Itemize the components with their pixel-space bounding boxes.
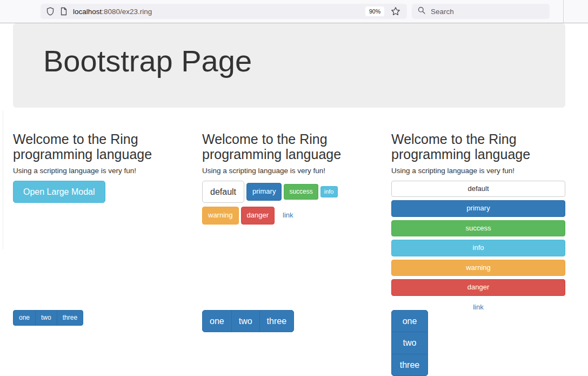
column-heading: Welcome to the Ring programming language: [202, 131, 376, 162]
button-group-wrap: onetwothree: [391, 310, 428, 376]
search-icon: [417, 6, 426, 17]
default-button[interactable]: default: [202, 181, 244, 203]
group-button-one[interactable]: one: [202, 310, 232, 332]
info-button[interactable]: info: [320, 186, 338, 197]
column-heading: Welcome to the Ring programming language: [13, 131, 187, 162]
button-group: onetwothree: [13, 310, 83, 326]
star-icon[interactable]: [391, 6, 400, 16]
column-tagline: Using a scripting language is very fun!: [202, 166, 376, 176]
url-path: :8080/ex23.ring: [102, 8, 152, 16]
success-button[interactable]: success: [391, 220, 565, 236]
page-icon[interactable]: [60, 7, 68, 16]
column-tagline: Using a scripting language is very fun!: [13, 166, 187, 176]
window-edge-line: [3, 111, 3, 249]
column-heading: Welcome to the Ring programming language: [391, 131, 565, 162]
column-2: Welcome to the Ring programming language…: [202, 131, 376, 375]
button-group-wrap: onetwothree: [202, 310, 294, 332]
jumbotron: Bootstrap Page: [13, 23, 565, 108]
address-url[interactable]: localhost:8080/ex23.ring: [73, 8, 152, 16]
column-1: Welcome to the Ring programming language…: [13, 131, 187, 375]
toolbar-divider: [563, 0, 564, 23]
group-button-one[interactable]: one: [13, 310, 36, 326]
button-group: onetwothree: [202, 310, 294, 332]
info-button[interactable]: info: [391, 240, 565, 256]
warning-button[interactable]: warning: [202, 207, 239, 224]
group-button-three[interactable]: three: [259, 310, 294, 332]
success-button[interactable]: success: [284, 184, 318, 200]
buttons-area: defaultprimarysuccessinfowarningdangerli…: [391, 181, 565, 315]
primary-button[interactable]: primary: [391, 200, 565, 216]
danger-button[interactable]: danger: [241, 207, 275, 224]
warning-button[interactable]: warning: [391, 260, 565, 276]
danger-button[interactable]: danger: [391, 279, 565, 295]
zoom-indicator[interactable]: 90%: [365, 6, 384, 17]
column-3: Welcome to the Ring programming language…: [391, 131, 565, 375]
default-button[interactable]: default: [391, 181, 565, 197]
group-button-three[interactable]: three: [391, 354, 428, 376]
search-placeholder: Search: [431, 8, 454, 16]
vertical-button-group: onetwothree: [391, 310, 428, 376]
page-title: Bootstrap Page: [13, 23, 565, 76]
column-tagline: Using a scripting language is very fun!: [391, 166, 565, 176]
group-button-two[interactable]: two: [35, 310, 57, 326]
open-large-modal-button[interactable]: Open Large Modal: [13, 181, 105, 203]
search-bar[interactable]: Search: [412, 4, 550, 19]
shield-icon[interactable]: [46, 7, 55, 16]
url-bar[interactable]: localhost:8080/ex23.ring 90%: [41, 4, 407, 19]
page-viewport: Bootstrap Page Welcome to the Ring progr…: [0, 23, 588, 375]
columns-row: Welcome to the Ring programming language…: [13, 131, 565, 375]
buttons-area: defaultprimarysuccessinfowarningdangerli…: [202, 181, 376, 228]
group-button-two[interactable]: two: [231, 310, 260, 332]
primary-button[interactable]: primary: [246, 183, 282, 200]
button-group-wrap: onetwothree: [13, 310, 83, 326]
group-button-three[interactable]: three: [57, 310, 83, 326]
group-button-two[interactable]: two: [391, 332, 428, 354]
browser-toolbar: localhost:8080/ex23.ring 90% Search: [0, 0, 588, 23]
buttons-area: Open Large Modal: [13, 181, 187, 207]
group-button-one[interactable]: one: [391, 310, 428, 332]
link-button[interactable]: link: [277, 207, 299, 224]
url-host: localhost: [73, 8, 102, 16]
